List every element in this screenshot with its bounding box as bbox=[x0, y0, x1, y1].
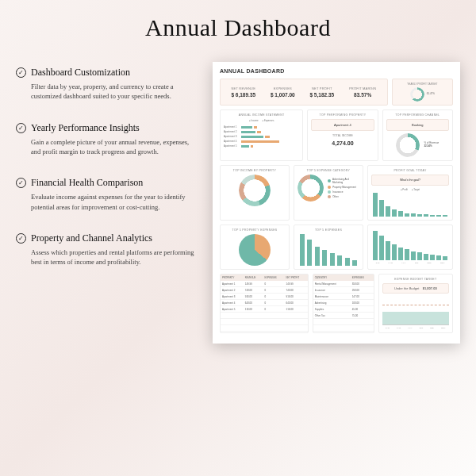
metric-value: 4,274.00 bbox=[311, 140, 374, 146]
kpi-value: $ 5,182.35 bbox=[309, 92, 334, 98]
feature-desc: Gain a complete picture of your annual r… bbox=[16, 137, 198, 157]
profit-target-card: YEARLY PROFIT TARGET 61.47% bbox=[392, 79, 453, 106]
donut-chart-icon bbox=[298, 175, 324, 202]
bar-label: Apartment 4 bbox=[224, 140, 240, 143]
budget-target-panel: EXPENSE BUDGET TARGET Under the Budget $… bbox=[378, 274, 453, 333]
feature-name: Property and Channel Analytics bbox=[31, 232, 152, 244]
legend-label: Target bbox=[413, 188, 420, 191]
chart-title: TOP 5 EXPENSE CATEGORY bbox=[298, 169, 359, 172]
table-row: Apartment 2743.000743.00 bbox=[221, 287, 308, 294]
table-header: EXPENSES bbox=[263, 274, 285, 281]
month-label: JUL bbox=[415, 262, 418, 264]
expense-property-panel: TOP 5 PROPERTY EXPENSES bbox=[220, 225, 290, 270]
check-icon: ✓ bbox=[16, 233, 26, 244]
channel-name: Booking bbox=[386, 119, 449, 131]
income-statement-panel: ANNUAL INCOME STATEMENT ● Income● Expens… bbox=[220, 109, 303, 161]
month-label: JAN bbox=[386, 327, 390, 329]
chart-title: TOP 5 EXPENSES bbox=[298, 228, 359, 232]
legend-label: Expenses bbox=[264, 119, 274, 122]
chart-title: TOP PERFORMING PROPERTY bbox=[311, 113, 374, 117]
status-text: Under the Budget bbox=[394, 286, 419, 290]
monthly-bars-panel: JANMARMAYJULSEPNOV bbox=[367, 225, 453, 270]
metric-value: 32.34% bbox=[424, 145, 439, 148]
top-expenses-panel: TOP 5 EXPENSES bbox=[294, 225, 363, 270]
donut-chart-icon bbox=[239, 175, 271, 206]
chart-title: EXPENSE BUDGET TARGET bbox=[382, 278, 449, 281]
month-label: SEP bbox=[428, 262, 432, 264]
table-header: EXPENSES bbox=[351, 274, 374, 281]
metric-label: Total Income bbox=[311, 134, 374, 137]
month-label: NOV bbox=[440, 262, 444, 264]
table-row: Apartment 5116.000116.00 bbox=[221, 306, 308, 313]
kpi-card: NET REVENUE$ 6,189.35 EXPENSES$ 1,007.00… bbox=[220, 79, 388, 106]
table-header: REVENUE bbox=[244, 274, 263, 281]
table-row: Insurance290.00 bbox=[313, 287, 374, 294]
chart-title: TOP 5 PROPERTY EXPENSES bbox=[224, 228, 286, 232]
legend-label: Property Management bbox=[332, 186, 356, 189]
area-chart-icon bbox=[382, 297, 449, 325]
percent-value: 61.47% bbox=[427, 93, 435, 96]
page-title: Annual Dashboard bbox=[16, 14, 460, 41]
table-header: NET PROFIT bbox=[285, 274, 308, 281]
profit-goal-panel: PROFIT GOAL TODAY What's the goal? ● Pro… bbox=[367, 165, 453, 221]
status-text: What's the goal? bbox=[371, 175, 449, 186]
table-row: Advertising100.00 bbox=[313, 300, 374, 306]
feature-item: ✓Dashboard Customization Filter data by … bbox=[16, 67, 198, 102]
property-table: PROPERTYREVENUEEXPENSESNET PROFIT Apartm… bbox=[221, 274, 308, 332]
kpi-label: EXPENSES bbox=[271, 86, 295, 90]
donut-icon bbox=[410, 87, 424, 102]
feature-name: Dashboard Customization bbox=[31, 67, 130, 79]
month-label: JAN bbox=[376, 262, 380, 264]
legend-label: Insurance bbox=[332, 190, 343, 194]
month-label: MAY bbox=[408, 327, 412, 329]
feature-item: ✓Property and Channel Analytics Assess w… bbox=[16, 232, 198, 267]
check-icon: ✓ bbox=[16, 178, 26, 188]
feature-name: Financial Health Comparison bbox=[31, 177, 143, 189]
card-title: YEARLY PROFIT TARGET bbox=[396, 83, 449, 86]
bar-label: Apartment 2 bbox=[224, 130, 240, 133]
chart-title: TOP INCOME BY PROPERTY bbox=[224, 169, 286, 172]
kpi-value: $ 6,189.35 bbox=[231, 92, 255, 98]
table-row: Other Tax75.00 bbox=[313, 313, 374, 319]
category-table-panel: CATEGORYEXPENSES Rental Management350.00… bbox=[313, 274, 374, 333]
legend-label: Advertising And Marketing bbox=[332, 178, 359, 184]
bar-label: Apartment 1 bbox=[224, 125, 240, 129]
feature-name: Yearly Performance Insights bbox=[31, 122, 140, 134]
month-label: JUL bbox=[420, 327, 423, 329]
table-row: Rental Management350.00 bbox=[313, 281, 374, 287]
feature-desc: Filter data by year, property, and curre… bbox=[16, 82, 198, 102]
feature-item: ✓Financial Health Comparison Evaluate in… bbox=[16, 177, 198, 212]
chart-title: TOP PERFORMING CHANNEL bbox=[386, 113, 449, 117]
table-row: Supplies45.00 bbox=[313, 306, 374, 313]
month-label: NOV bbox=[441, 327, 445, 329]
table-row: Maintenance147.00 bbox=[313, 294, 374, 300]
table-row: Apartment 4643.000643.00 bbox=[221, 300, 308, 306]
top-channel-panel: TOP PERFORMING CHANNEL Booking % of Reve… bbox=[382, 109, 453, 161]
category-table: CATEGORYEXPENSES Rental Management350.00… bbox=[313, 274, 374, 332]
legend-label: Other bbox=[332, 195, 339, 198]
pie-chart-icon bbox=[239, 234, 271, 266]
property-name: Apartment 4 bbox=[311, 119, 374, 131]
kpi-label: NET PROFIT bbox=[309, 86, 334, 90]
dashboard-preview: ANNUAL DASHBOARD NET REVENUE$ 6,189.35 E… bbox=[213, 62, 460, 344]
month-label: SEP bbox=[430, 327, 434, 329]
bar-label: Apartment 3 bbox=[224, 135, 240, 138]
table-row: Apartment 3916.000916.00 bbox=[221, 294, 308, 300]
feature-item: ✓Yearly Performance Insights Gain a comp… bbox=[16, 122, 198, 157]
status-value: $1,007.00 bbox=[423, 286, 437, 290]
feature-desc: Evaluate income against expenses for the… bbox=[16, 192, 198, 212]
check-icon: ✓ bbox=[16, 67, 26, 78]
kpi-value: 83.57% bbox=[349, 92, 376, 98]
property-table-panel: PROPERTYREVENUEEXPENSESNET PROFIT Apartm… bbox=[220, 274, 309, 333]
month-label: MAR bbox=[389, 262, 393, 264]
bar-label: Apartment 5 bbox=[224, 144, 240, 148]
table-header: PROPERTY bbox=[221, 274, 244, 281]
legend-label: Income bbox=[251, 119, 258, 122]
dashboard-title: ANNUAL DASHBOARD bbox=[220, 68, 453, 74]
kpi-value: $ 1,007.00 bbox=[271, 92, 295, 98]
chart-title: ANNUAL INCOME STATEMENT bbox=[224, 113, 299, 117]
feature-list: ✓Dashboard Customization Filter data by … bbox=[16, 62, 198, 344]
chart-title: PROFIT GOAL TODAY bbox=[371, 169, 449, 172]
top-property-panel: TOP PERFORMING PROPERTY Apartment 4 Tota… bbox=[307, 109, 378, 161]
feature-desc: Assess which properties and rental platf… bbox=[16, 248, 198, 267]
